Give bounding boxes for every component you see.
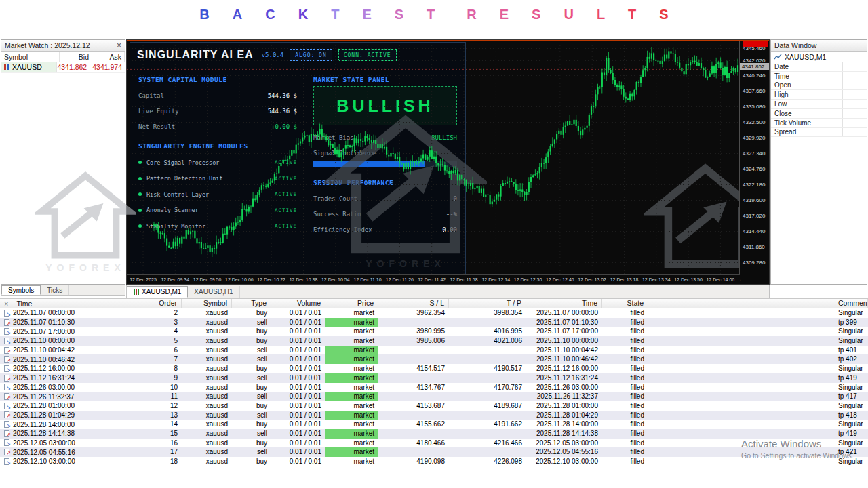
market-watch-header: Symbol Bid Ask bbox=[1, 52, 125, 62]
buy-order-icon: ↘ bbox=[4, 365, 9, 372]
table-row[interactable]: ↘2025.12.05 03:00:0016xauusdbuy0.01 / 0.… bbox=[0, 439, 868, 448]
order-number: 3 bbox=[130, 318, 182, 327]
close-history-icon[interactable]: × bbox=[4, 300, 8, 308]
table-row[interactable]: ↘2025.12.10 03:00:0018xauusdbuy0.01 / 0.… bbox=[0, 457, 868, 466]
order-stop-loss bbox=[378, 346, 449, 355]
table-row[interactable]: ↗2025.12.05 04:55:1617xauusdsell0.01 / 0… bbox=[0, 447, 868, 457]
order-done-time: 2025.11.26 03:00:00 bbox=[526, 383, 602, 392]
column-header-order[interactable]: Order bbox=[130, 299, 182, 308]
data-window-symbol-row: XAUUSD,M1 bbox=[771, 52, 867, 62]
tab-symbols[interactable]: Symbols bbox=[1, 285, 41, 295]
order-number: 15 bbox=[130, 429, 182, 439]
table-row[interactable]: ↗2025.11.10 00:04:426xauusdsell0.01 / 0.… bbox=[0, 346, 868, 355]
order-done-time: 2025.11.10 00:04:42 bbox=[526, 346, 602, 355]
price-alert-badge bbox=[743, 41, 768, 47]
title-letter: T bbox=[331, 7, 339, 22]
order-type: buy bbox=[232, 308, 271, 318]
order-type: sell bbox=[232, 373, 271, 383]
table-row[interactable]: ↗2025.11.12 16:31:249xauusdsell0.01 / 0.… bbox=[0, 373, 868, 383]
order-volume: 0.01 / 0.01 bbox=[271, 411, 326, 420]
table-row[interactable]: ↘2025.11.07 17:00:004xauusdbuy0.01 / 0.0… bbox=[0, 327, 868, 336]
data-window-panel: Data Window XAUUSD,M1 DateTimeOpenHighLo… bbox=[770, 39, 867, 285]
tab-xauusd-h1[interactable]: XAUUSD,H1 bbox=[188, 286, 239, 298]
column-header-bid[interactable]: Bid bbox=[60, 52, 92, 62]
table-row[interactable]: ↘2025.11.12 16:00:008xauusdbuy0.01 / 0.0… bbox=[0, 364, 868, 373]
order-price: market bbox=[326, 354, 378, 364]
title-letter: T bbox=[628, 7, 636, 22]
column-header-symbol[interactable]: Symbol bbox=[1, 52, 60, 62]
bid-value: 4341.862 bbox=[57, 63, 90, 71]
close-icon[interactable]: × bbox=[117, 41, 121, 49]
order-symbol: xauusd bbox=[182, 346, 232, 355]
column-header-ask[interactable]: Ask bbox=[92, 52, 125, 62]
order-take-profit: 4170.767 bbox=[449, 383, 526, 392]
backtest-results-page: BACKTESTRESULTS Market Watch : 2025.12.1… bbox=[0, 0, 868, 488]
ask-value: 4341.974 bbox=[90, 63, 125, 71]
sell-order-icon: ↗ bbox=[4, 347, 9, 354]
time-axis-label: 12 Dec 13:50 bbox=[674, 277, 703, 282]
market-state-value: BULLISH bbox=[336, 96, 433, 116]
column-header-time[interactable]: ×Time bbox=[0, 299, 130, 308]
table-row[interactable]: ↘2025.11.26 03:00:0010xauusdbuy0.01 / 0.… bbox=[0, 383, 868, 392]
order-symbol: xauusd bbox=[182, 411, 232, 420]
title-letter: A bbox=[233, 7, 242, 22]
order-comment: Singular bbox=[837, 336, 868, 346]
buy-order-icon: ↘ bbox=[4, 310, 9, 317]
market-watch-row[interactable]: XAUUSD 4341.862 4341.974 bbox=[1, 62, 125, 73]
order-type: buy bbox=[232, 336, 271, 346]
order-volume: 0.01 / 0.01 bbox=[271, 457, 326, 466]
table-row[interactable]: ↘2025.11.10 00:00:005xauusdbuy0.01 / 0.0… bbox=[0, 336, 868, 346]
table-row[interactable]: ↗2025.11.28 01:04:2913xauusdsell0.01 / 0… bbox=[0, 411, 868, 420]
order-price: market bbox=[326, 392, 378, 401]
order-volume: 0.01 / 0.01 bbox=[271, 420, 326, 429]
table-row[interactable]: ↘2025.11.07 00:00:002xauusdbuy0.01 / 0.0… bbox=[0, 308, 868, 318]
data-window-titlebar: Data Window bbox=[771, 40, 867, 52]
price-scale[interactable]: 4341.862 4345.4604342.0204340.2404337.66… bbox=[739, 40, 769, 276]
session-label: Trades Count bbox=[313, 195, 357, 202]
price-scale-label: 4329.920 bbox=[743, 135, 765, 141]
order-comment: Singular bbox=[837, 383, 868, 392]
tab-xauusd-m1[interactable]: XAUUSD,M1 bbox=[127, 286, 188, 298]
price-scale-label: 4324.760 bbox=[743, 166, 765, 172]
order-price: market bbox=[326, 383, 378, 392]
table-row[interactable]: ↗2025.11.07 01:10:303xauusdsell0.01 / 0.… bbox=[0, 318, 868, 327]
sell-order-icon: ↗ bbox=[4, 430, 9, 437]
order-number: 2 bbox=[130, 308, 182, 318]
chart-area[interactable]: SINGULARITY AI EA v5.0.4 ALGO: ON CONN: … bbox=[126, 39, 770, 285]
column-header-s-l[interactable]: S / L bbox=[378, 299, 449, 308]
tab-ticks[interactable]: Ticks bbox=[41, 285, 69, 295]
time-axis-label: 12 Dec 09:50 bbox=[193, 277, 222, 282]
column-header-comment[interactable]: Comment bbox=[837, 299, 868, 308]
order-take-profit: 4016.995 bbox=[449, 327, 526, 336]
table-row[interactable]: ↗2025.11.28 14:14:3815xauusdsell0.01 / 0… bbox=[0, 429, 868, 439]
order-take-profit bbox=[449, 411, 526, 420]
table-row[interactable]: ↗2025.11.10 00:46:427xauusdsell0.01 / 0.… bbox=[0, 354, 868, 364]
time-axis-label: 12 Dec 10:38 bbox=[290, 277, 318, 282]
column-header-state[interactable]: State bbox=[602, 299, 648, 308]
title-letter: E bbox=[362, 7, 371, 22]
order-comment: tp 419 bbox=[837, 429, 868, 439]
price-scale-label: 4317.020 bbox=[743, 213, 765, 219]
column-header-volume[interactable]: Volume bbox=[271, 299, 326, 308]
table-row[interactable]: ↗2025.11.26 11:32:3711xauusdsell0.01 / 0… bbox=[0, 392, 868, 401]
order-setup-time: 2025.11.28 14:00:00 bbox=[13, 421, 75, 428]
order-state: filled bbox=[602, 308, 648, 318]
time-axis[interactable]: 12 Dec 202512 Dec 09:3412 Dec 09:5012 De… bbox=[127, 274, 740, 284]
order-stop-loss bbox=[378, 392, 449, 401]
table-row[interactable]: ↘2025.11.28 14:00:0014xauusdbuy0.01 / 0.… bbox=[0, 420, 868, 429]
activate-windows-watermark: Activate Windows Go to Settings to activ… bbox=[741, 438, 854, 460]
time-axis-label: 12 Dec 11:26 bbox=[386, 277, 414, 282]
column-header-t-p[interactable]: T / P bbox=[449, 299, 526, 308]
table-row[interactable]: ↘2025.11.28 01:00:0012xauusdbuy0.01 / 0.… bbox=[0, 401, 868, 411]
column-header-price[interactable]: Price bbox=[326, 299, 378, 308]
title-letter: T bbox=[427, 7, 435, 22]
column-header-symbol[interactable]: Symbol bbox=[182, 299, 232, 308]
time-axis-label: 12 Dec 10:06 bbox=[225, 277, 254, 282]
history-panel: ×TimeOrderSymbolTypeVolumePriceS / LT / … bbox=[0, 298, 868, 466]
column-header-time[interactable]: Time bbox=[526, 299, 602, 308]
column-header-type[interactable]: Type bbox=[232, 299, 271, 308]
order-number: 9 bbox=[130, 373, 182, 383]
order-symbol: xauusd bbox=[182, 429, 232, 439]
order-comment: tp 419 bbox=[837, 373, 868, 383]
time-axis-label: 12 Dec 12:46 bbox=[546, 277, 574, 282]
